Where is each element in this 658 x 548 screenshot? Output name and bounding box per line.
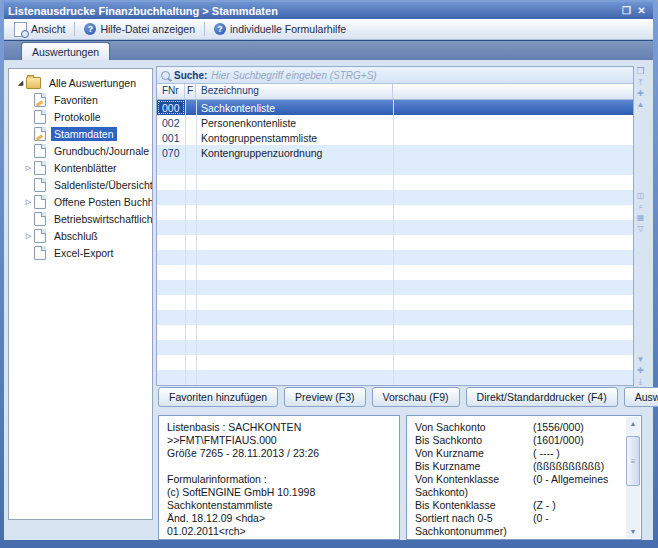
table-rows: 000 Sachkontenliste 002 Personenkontenli…: [157, 100, 633, 385]
tree-item-betriebswirtschaftliche[interactable]: Betriebswirtschaftliche Auswertungen: [9, 210, 152, 227]
info-line: [167, 460, 391, 473]
column-header-bezeichnung[interactable]: Bezeichnung: [196, 84, 393, 99]
range-row: Von Kontenklasse(0 - Allgemeines: [415, 473, 623, 486]
insert-row-icon[interactable]: ✚: [637, 89, 644, 98]
title-bar: Listenausdrucke Finanzbuchhaltung > Stam…: [4, 2, 653, 19]
split-view-icon[interactable]: ◫: [637, 191, 645, 200]
range-row: Von Kurzname( ---- ): [415, 447, 623, 460]
column-options-icon[interactable]: ❐: [636, 67, 644, 76]
table-row[interactable]: 002 Personenkontenliste: [157, 115, 633, 130]
scroll-top-icon[interactable]: ⤒: [639, 78, 643, 87]
toolbar: Ansicht ? Hilfe-Datei anzeigen ? individ…: [4, 19, 653, 40]
page-icon: [34, 110, 46, 124]
cell-fnr: 002: [157, 117, 185, 129]
info-line: Änd. 18.12.09 <hda>: [167, 512, 391, 525]
tab-auswertungen[interactable]: Auswertungen: [21, 42, 110, 60]
table-row[interactable]: 000 Sachkontenliste: [157, 100, 633, 115]
scroll-down-icon[interactable]: ▼: [626, 525, 640, 538]
evaluation-tree: ◢ Alle Auswertungen Favoriten Protokolle: [8, 68, 153, 520]
tree-item-saldenliste[interactable]: Saldenliste/Übersicht: [9, 176, 152, 193]
filter-icon[interactable]: ▽: [637, 224, 643, 233]
range-info-panel: Von Sachkonto(1556/000) Bis Sachkonto(16…: [406, 415, 642, 540]
direct-printer-f4-button[interactable]: Direkt/Standarddrucker (F4): [466, 387, 618, 407]
tree-item-alle-auswertungen[interactable]: ◢ Alle Auswertungen: [9, 74, 152, 91]
range-row: Sachkonto): [415, 486, 623, 499]
range-row: Bis Kontenklasse(Z - ): [415, 499, 623, 512]
page-icon: [34, 195, 46, 209]
ansicht-button[interactable]: Ansicht: [8, 21, 71, 38]
tree-collapsed-icon[interactable]: ▷: [23, 232, 34, 240]
list-info-panel: Listenbasis : SACHKONTEN >>FMT\FMTFIAUS.…: [158, 415, 400, 540]
column-header-f[interactable]: F: [185, 84, 196, 99]
page-icon: [34, 212, 46, 226]
info-line: (c) SoftENGINE GmbH 10.1998: [167, 486, 391, 499]
column-header-fnr[interactable]: FNr: [157, 84, 185, 99]
empty-row: [157, 175, 633, 190]
tree-item-excel-export[interactable]: Excel-Export: [9, 244, 152, 261]
column-divider: [196, 100, 197, 385]
vorschau-f9-button[interactable]: Vorschau (F9): [372, 387, 460, 407]
info-line: Größe 7265 - 28.11.2013 / 23:26: [167, 447, 391, 460]
close-icon[interactable]: ✕: [634, 4, 649, 17]
cell-bezeichnung: Kontengruppenzuordnung: [196, 147, 393, 159]
scrollbar-thumb[interactable]: ≡: [626, 436, 640, 486]
list-panel: Suche: Hier Suchbegriff eingeben (STRG+S…: [156, 66, 647, 382]
cell-bezeichnung: Sachkontenliste: [196, 102, 393, 114]
empty-row: [157, 355, 633, 370]
cell-fnr: 001: [157, 132, 185, 144]
tree-item-kontenblaetter[interactable]: ▷ Kontenblätter: [9, 159, 152, 176]
tab-strip: Auswertungen: [4, 40, 653, 60]
add-favorites-button[interactable]: Favoriten hinzufügen: [158, 387, 278, 407]
tree-item-protokolle[interactable]: Protokolle: [9, 108, 152, 125]
tree-item-grundbuch-journale[interactable]: Grundbuch/Journale: [9, 142, 152, 159]
restore-icon[interactable]: ❐: [619, 4, 634, 17]
scroll-up-icon[interactable]: ▲: [637, 100, 645, 109]
empty-row: [157, 250, 633, 265]
tree-item-stammdaten[interactable]: Stammdaten: [9, 125, 152, 142]
cell-fnr: 000: [157, 100, 185, 115]
tree-expanded-icon[interactable]: ◢: [15, 79, 26, 87]
form-list: Suche: Hier Suchbegriff eingeben (STRG+S…: [156, 66, 634, 386]
scroll-bottom-icon[interactable]: ⤓: [639, 377, 643, 386]
scroll-up-icon[interactable]: ▲: [626, 417, 640, 430]
empty-row: [157, 190, 633, 205]
toolbar-separator: [204, 22, 205, 36]
range-row: Von Sachkonto(1556/000): [415, 421, 623, 434]
column-header-empty: [393, 84, 633, 99]
help-file-label: Hilfe-Datei anzeigen: [100, 23, 195, 35]
tree-collapsed-icon[interactable]: ▷: [23, 164, 34, 172]
scroll-down-icon[interactable]: ▼: [637, 355, 645, 364]
tree-item-abschluss[interactable]: ▷ Abschluß: [9, 227, 152, 244]
append-row-icon[interactable]: ✚: [637, 366, 644, 375]
tree-collapsed-icon[interactable]: ▷: [23, 198, 34, 206]
window-body: Ansicht ? Hilfe-Datei anzeigen ? individ…: [4, 19, 653, 540]
search-input[interactable]: Hier Suchbegriff eingeben (STRG+S): [211, 70, 376, 81]
page-icon: [34, 229, 46, 243]
column-divider: [393, 100, 394, 385]
search-label: Suche:: [174, 70, 207, 81]
form-help-label: individuelle Formularhilfe: [230, 23, 346, 35]
empty-row: [157, 265, 633, 280]
form-help-button[interactable]: ? individuelle Formularhilfe: [208, 22, 352, 36]
scrollbar[interactable]: ▲ ≡ ▼: [626, 417, 640, 538]
page-icon: [34, 178, 46, 192]
help-icon: ?: [214, 23, 226, 35]
mark-icon[interactable]: ▦: [637, 213, 645, 222]
print-evaluation-button[interactable]: Auswertung drucken: [624, 387, 658, 407]
tree-item-favoriten[interactable]: Favoriten: [9, 91, 152, 108]
zoom-icon[interactable]: ⌕: [638, 202, 642, 211]
help-file-button[interactable]: ? Hilfe-Datei anzeigen: [78, 22, 201, 36]
preview-f3-button[interactable]: Preview (F3): [284, 387, 366, 407]
empty-row: [157, 340, 633, 355]
toolbar-separator: [74, 22, 75, 36]
range-row: Sortiert nach 0-5(0 -: [415, 512, 623, 525]
table-row[interactable]: 070 Kontengruppenzuordnung: [157, 145, 633, 160]
info-line: 01.02.2011<rch>: [167, 525, 391, 538]
table-row[interactable]: 001 Kontogruppenstammliste: [157, 130, 633, 145]
tree-item-offene-posten[interactable]: ▷ Offene Posten Buchhaltung: [9, 193, 152, 210]
empty-row: [157, 310, 633, 325]
range-row: Bis Sachkonto(1601/000): [415, 434, 623, 447]
action-button-row: Favoriten hinzufügen Preview (F3) Vorsch…: [158, 387, 658, 407]
range-row: Bis Kurzname(ßßßßßßßßßß): [415, 460, 623, 473]
search-bar[interactable]: Suche: Hier Suchbegriff eingeben (STRG+S…: [157, 67, 633, 84]
